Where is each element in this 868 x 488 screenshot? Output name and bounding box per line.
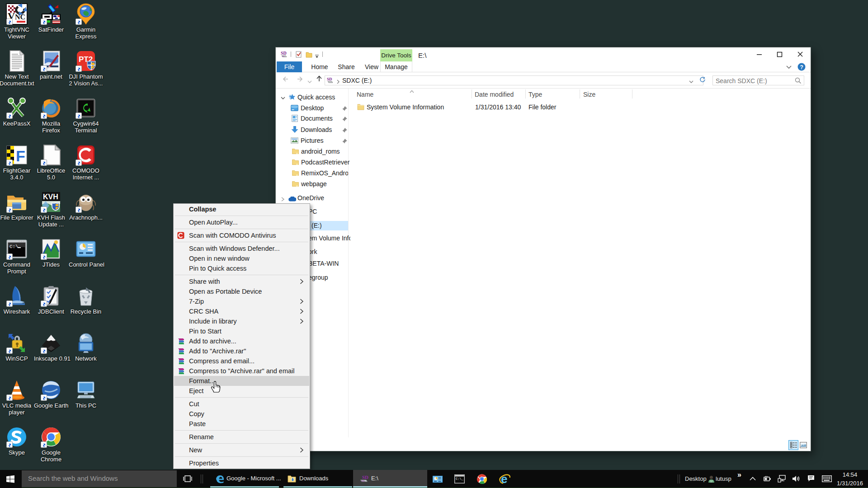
svg-text:F: F [16, 147, 25, 164]
svg-text:SD: SD [362, 474, 368, 480]
svg-text:SD: SD [281, 51, 287, 56]
svg-text:C:\_: C:\_ [456, 477, 464, 481]
svg-text:C:\: C:\ [9, 244, 19, 249]
svg-text:?: ? [800, 64, 803, 70]
svg-text:KVH: KVH [43, 193, 58, 201]
svg-text:SD: SD [327, 77, 332, 81]
